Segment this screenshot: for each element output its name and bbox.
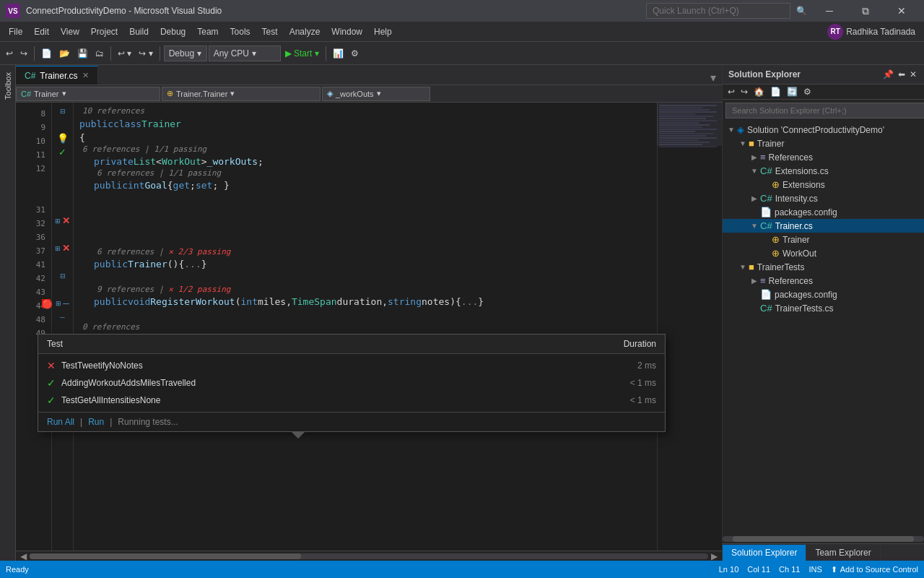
tree-item-trainertests-project[interactable]: ▼ ■ TrainerTests (723, 260, 924, 274)
menu-team[interactable]: Team (191, 22, 224, 42)
run-link[interactable]: Run (88, 417, 104, 427)
tree-item-trainer-cs[interactable]: ▼ C# Trainer.cs (723, 219, 924, 233)
tree-item-packages-2[interactable]: 📄 packages.config (723, 288, 924, 301)
status-ch[interactable]: Ch 11 (779, 565, 800, 574)
save-button[interactable]: 💾 (74, 45, 91, 62)
tree-item-extensions-member[interactable]: ⊕ Extensions (723, 178, 924, 191)
se-hscroll-track[interactable] (723, 536, 924, 542)
menu-project[interactable]: Project (85, 22, 123, 42)
test-row-1[interactable]: ✕ TestTweetifyNoNotes 2 ms (38, 357, 665, 374)
expand-icon-37[interactable]: ⊞ (55, 245, 61, 252)
class-dropdown[interactable]: C# Trainer ▾ (16, 87, 160, 101)
code-content[interactable]: 10 references public class Trainer { 6 r… (74, 103, 657, 551)
menu-edit[interactable]: Edit (28, 22, 55, 42)
status-line[interactable]: Ln 10 (719, 565, 739, 574)
status-mode[interactable]: INS (808, 565, 821, 574)
tree-item-intensity-cs[interactable]: ▶ C# Intensity.cs (723, 191, 924, 205)
tree-item-solution[interactable]: ▼ ◈ Solution 'ConnectProductivityDemo' (723, 123, 924, 137)
menu-file[interactable]: File (3, 22, 28, 42)
tree-item-references-2[interactable]: ▶ ≡ References (723, 274, 924, 288)
se-search-input[interactable] (725, 103, 924, 118)
tree-expand-refs-1[interactable]: ▶ (749, 153, 760, 161)
quick-launch-input[interactable] (646, 3, 790, 19)
minimize-button[interactable]: ─ (813, 0, 846, 22)
se-hscroll-thumb[interactable] (733, 536, 914, 542)
run-all-link[interactable]: Run All (47, 417, 74, 427)
menu-window[interactable]: Window (326, 22, 368, 42)
se-fwd-button[interactable]: ↪ (738, 86, 750, 98)
open-button[interactable]: 📂 (56, 45, 73, 62)
se-back-button[interactable]: ↩ (725, 86, 737, 98)
undo-button[interactable]: ↩ ▾ (115, 45, 134, 62)
tree-expand-intensity[interactable]: ▶ (749, 194, 760, 202)
scroll-right-button[interactable]: ▶ (708, 551, 720, 561)
tree-item-packages-1[interactable]: 📄 packages.config (723, 205, 924, 219)
test-pass-icon-2: ✓ (47, 377, 56, 389)
scroll-track[interactable] (30, 553, 708, 559)
se-hscroll[interactable] (723, 535, 924, 543)
se-arrow-button[interactable]: ⬅ (897, 68, 907, 81)
member-dropdown[interactable]: ⊕ Trainer.Trainer ▾ (162, 87, 321, 101)
restore-button[interactable]: ⧉ (849, 0, 882, 22)
field-dropdown[interactable]: ◈ _workOuts ▾ (322, 87, 430, 101)
expand-icon-44[interactable]: ⊞ (56, 300, 61, 307)
diagnostic-tools[interactable]: 📊 (330, 45, 346, 62)
horizontal-scrollbar[interactable]: ◀ ▶ (16, 551, 722, 561)
collapse-icon-42[interactable]: ⊟ (60, 272, 66, 280)
test-row-2[interactable]: ✓ AddingWorkoutAddsMilesTravelled < 1 ms (38, 374, 665, 392)
refs-line-32: 6 references | ✕ 2/3 passing (79, 247, 651, 257)
scroll-left-button[interactable]: ◀ (17, 551, 30, 561)
se-close-button[interactable]: ✕ (908, 68, 918, 81)
performance-profiler[interactable]: ⚙ (348, 45, 362, 62)
tree-item-trainertests-cs[interactable]: C# TrainerTests.cs (723, 301, 924, 315)
collapse-icon-8[interactable]: ⊟ (60, 108, 66, 115)
tree-expand-trainer[interactable]: ▼ (737, 139, 749, 147)
scroll-thumb[interactable] (30, 553, 301, 559)
forward-button[interactable]: ↪ (17, 45, 30, 62)
tab-close-button[interactable]: ✕ (82, 71, 89, 80)
tab-scroll-right[interactable]: ▾ (705, 71, 722, 85)
menu-help[interactable]: Help (368, 22, 398, 42)
code-editor[interactable]: 8 9 10 11 12 31 32 36 37 41 42 43 44 48 … (16, 103, 722, 551)
se-refresh-button[interactable]: 🔄 (785, 86, 800, 98)
menu-analyze[interactable]: Analyze (284, 22, 326, 42)
toolbox-panel[interactable]: Toolbox (0, 65, 16, 561)
se-pin-button[interactable]: 📌 (881, 68, 895, 81)
add-to-source-control-button[interactable]: ⬆ Add to Source Control (831, 565, 918, 574)
tab-solution-explorer[interactable]: Solution Explorer (723, 545, 806, 561)
back-button[interactable]: ↩ (3, 45, 16, 62)
menu-test[interactable]: Test (256, 22, 284, 42)
tree-item-trainer-member[interactable]: ⊕ Trainer (723, 233, 924, 246)
main-area: Toolbox C# Trainer.cs ✕ ▾ C# Trainer ▾ ⊕… (0, 65, 924, 561)
menu-tools[interactable]: Tools (225, 22, 256, 42)
se-bottom-tabs: Solution Explorer Team Explorer (723, 543, 924, 561)
tab-trainer-cs[interactable]: C# Trainer.cs ✕ (16, 66, 98, 85)
se-settings-button[interactable]: ⚙ (801, 86, 814, 98)
tree-expand-trainertests[interactable]: ▼ (737, 263, 749, 271)
test-row-3[interactable]: ✓ TestGetAllIntensitiesNone < 1 ms (38, 392, 665, 409)
platform-dropdown[interactable]: Any CPU ▾ (209, 46, 281, 61)
search-icon[interactable]: 🔍 (796, 6, 807, 16)
save-all-button[interactable]: 🗂 (92, 45, 107, 62)
close-button[interactable]: ✕ (885, 0, 918, 22)
se-showfiles-button[interactable]: 📄 (768, 86, 783, 98)
redo-button[interactable]: ↪ ▾ (136, 45, 155, 62)
tree-item-trainer-project[interactable]: ▼ ■ Trainer (723, 137, 924, 150)
se-home-button[interactable]: 🏠 (751, 86, 767, 98)
tree-item-references-1[interactable]: ▶ ≡ References (723, 150, 924, 164)
debug-mode-dropdown[interactable]: Debug ▾ (164, 46, 207, 61)
expand-icon-32[interactable]: ⊞ (55, 217, 61, 225)
menu-debug[interactable]: Debug (154, 22, 191, 42)
tab-team-explorer[interactable]: Team Explorer (806, 545, 880, 561)
tree-expand-trainer-cs[interactable]: ▼ (749, 222, 760, 230)
tree-expand-extensions[interactable]: ▼ (749, 167, 760, 175)
status-col[interactable]: Col 11 (747, 565, 770, 574)
menu-view[interactable]: View (55, 22, 85, 42)
start-button[interactable]: ▶ Start ▾ (282, 45, 322, 62)
new-file-button[interactable]: 📄 (38, 45, 55, 62)
tree-item-workout-member[interactable]: ⊕ WorkOut (723, 246, 924, 260)
tree-item-extensions-cs[interactable]: ▼ C# Extensions.cs (723, 164, 924, 178)
menu-build[interactable]: Build (123, 22, 154, 42)
tree-expand-solution[interactable]: ▼ (725, 126, 737, 134)
tree-expand-refs-2[interactable]: ▶ (749, 277, 760, 285)
